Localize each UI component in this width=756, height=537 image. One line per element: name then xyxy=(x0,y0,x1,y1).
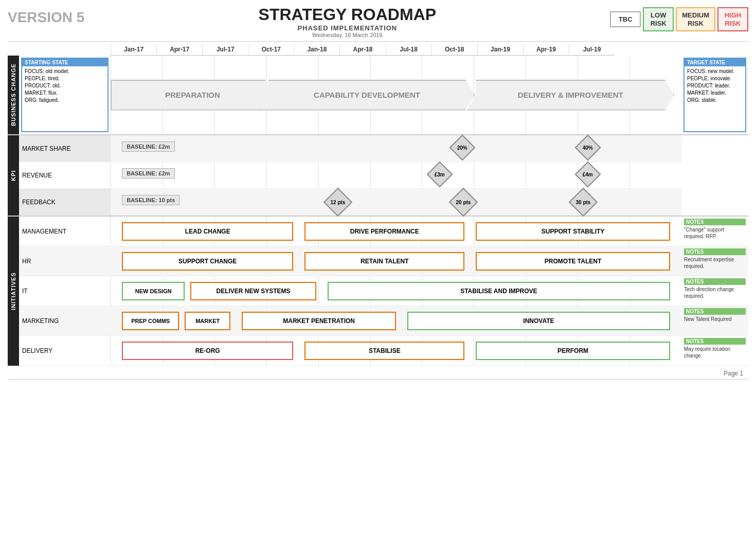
prep-comms-bar: PREP COMMS xyxy=(122,312,179,330)
lead-change-bar: LEAD CHANGE xyxy=(122,222,293,241)
kpi-market-share-label: MARKET SHARE xyxy=(19,135,111,162)
hr-notes-body: Recruitment expertise required. xyxy=(684,256,746,270)
title-block: STRATEGY ROADMAP PHASED IMPLEMENTATION W… xyxy=(259,5,437,38)
hr-notes-title: NOTES xyxy=(684,248,746,255)
notes-column: NOTES "Change" support required. RFP. NO… xyxy=(681,217,748,366)
tl-col-jul17: Jul-17 xyxy=(202,44,248,55)
deliver-new-systems-bar: DELIVER NEW SYSTEMS xyxy=(190,282,316,300)
support-stability-bar: SUPPORT STABILITY xyxy=(476,222,670,241)
kpi-tracks: BASELINE: £2m 20% 40% BASELINE: £2m xyxy=(111,135,681,216)
delivery-notes: NOTES May require location change. xyxy=(681,336,748,366)
kpi-right-spacer xyxy=(681,135,748,216)
tl-col-jan17: Jan-17 xyxy=(111,44,156,55)
it-label: IT xyxy=(19,276,111,306)
header-divider xyxy=(8,41,748,42)
kpi-feedback-label: FEEDBACK xyxy=(19,189,111,216)
page: VERSION 5 STRATEGY ROADMAP PHASED IMPLEM… xyxy=(0,0,756,537)
marketing-notes-title: NOTES xyxy=(684,308,746,315)
marketing-label: MARKETING xyxy=(19,306,111,336)
tl-col-apr17: Apr-17 xyxy=(156,44,202,55)
tl-col-jul19: Jul-19 xyxy=(569,44,615,55)
target-state-box: TARGET STATE FOCUS: new model.PEOPLE: in… xyxy=(683,58,746,132)
market-share-diamond-40: 40% xyxy=(579,138,597,157)
kpi-feedback-track: BASELINE: 10 pts 12 pts 20 pts 30 pts xyxy=(111,189,681,216)
page-number: Page 1 xyxy=(8,370,748,377)
promote-talent-bar: PROMOTE TALENT xyxy=(476,252,670,271)
delivery-arrow: DELIVERY & IMPROVEMENT xyxy=(474,77,681,113)
bc-right: TARGET STATE FOCUS: new model.PEOPLE: in… xyxy=(681,56,748,134)
management-label: MANAGEMENT xyxy=(19,217,111,246)
revenue-baseline: BASELINE: £2m xyxy=(122,168,174,178)
preparation-shape: PREPARATION xyxy=(111,80,275,111)
management-notes: NOTES "Change" support required. RFP. xyxy=(681,217,748,246)
feedback-diamond-20: 20 pts xyxy=(453,192,474,212)
perform-bar: PERFORM xyxy=(476,342,670,360)
bc-center: PREPARATION CAPABILITY DEVELOPMENT DELIV… xyxy=(111,56,681,134)
it-notes: NOTES Tech direction change required. xyxy=(681,276,748,306)
initiatives-tracks: LEAD CHANGE DRIVE PERFORMANCE SUPPORT ST… xyxy=(111,217,681,366)
market-share-diamond-20: 20% xyxy=(453,138,472,157)
capability-arrow: CAPABILITY DEVELOPMENT xyxy=(266,77,474,113)
management-track: LEAD CHANGE DRIVE PERFORMANCE SUPPORT ST… xyxy=(111,217,681,246)
drive-performance-bar: DRIVE PERFORMANCE xyxy=(304,222,464,241)
it-track: NEW DESIGN DELIVER NEW SYSTEMS STABILISE… xyxy=(111,276,681,306)
marketing-notes-body: New Talent Required xyxy=(684,316,746,323)
delivery-shape: DELIVERY & IMPROVEMENT xyxy=(466,80,674,111)
feedback-baseline: BASELINE: 10 pts xyxy=(122,195,179,205)
starting-state-box: STARTING STATE FOCUS: old model.PEOPLE: … xyxy=(21,58,109,132)
version-label: VERSION 5 xyxy=(8,5,84,26)
delivery-track: RE-ORG STABILISE PERFORM xyxy=(111,336,681,366)
bc-left: BUSINESS CHANGE STARTING STATE FOCUS: ol… xyxy=(8,56,111,134)
stabilise-improve-bar: STABILISE AND IMPROVE xyxy=(328,282,670,300)
timeline-cols: Jan-17 Apr-17 Jul-17 Oct-17 Jan-18 Apr-1… xyxy=(111,44,615,56)
market-bar: MARKET xyxy=(185,312,230,330)
subtitle: PHASED IMPLEMENTATION xyxy=(259,24,437,32)
preparation-arrow: PREPARATION xyxy=(111,77,266,113)
phase-arrows: PREPARATION CAPABILITY DEVELOPMENT DELIV… xyxy=(111,77,681,113)
header: VERSION 5 STRATEGY ROADMAP PHASED IMPLEM… xyxy=(8,5,748,38)
market-share-baseline: BASELINE: £2m xyxy=(122,141,174,152)
kpi-market-share-track: BASELINE: £2m 20% 40% xyxy=(111,135,681,162)
feedback-diamond-30: 30 pts xyxy=(573,192,593,212)
tl-col-jan18: Jan-18 xyxy=(294,44,339,55)
bc-section-label: BUSINESS CHANGE xyxy=(8,56,19,134)
delivery-notes-body: May require location change. xyxy=(684,346,746,359)
management-notes-body: "Change" support required. RFP. xyxy=(684,226,746,240)
it-notes-body: Tech direction change required. xyxy=(684,286,746,299)
risk-badge-medium: MEDIUMRISK xyxy=(676,7,715,31)
delivery-notes-title: NOTES xyxy=(684,338,746,345)
starting-state-title: STARTING STATE xyxy=(22,59,107,66)
initiatives-section-label: INITIATIVES xyxy=(8,217,19,366)
kpi-section: KPI MARKET SHARE REVENUE FEEDBACK BASELI… xyxy=(8,135,748,217)
initiatives-section: INITIATIVES MANAGEMENT HR IT MARKETING D… xyxy=(8,217,748,366)
kpi-left: KPI MARKET SHARE REVENUE FEEDBACK xyxy=(8,135,111,216)
hr-notes: NOTES Recruitment expertise required. xyxy=(681,246,748,276)
hr-label: HR xyxy=(19,246,111,276)
kpi-revenue-track: BASELINE: £2m £3m £4m xyxy=(111,162,681,189)
risk-badges: TBC LOWRISK MEDIUMRISK HIGHRISK xyxy=(610,5,748,31)
target-state-title: TARGET STATE xyxy=(685,59,745,66)
delivery-label: DELIVERY xyxy=(19,336,111,366)
innovate-bar: INNOVATE xyxy=(407,312,670,330)
new-design-bar: NEW DESIGN xyxy=(122,282,185,300)
timeline-header-row: Jan-17 Apr-17 Jul-17 Oct-17 Jan-18 Apr-1… xyxy=(8,44,748,56)
risk-badge-high: HIGHRISK xyxy=(717,7,748,31)
business-change-section: BUSINESS CHANGE STARTING STATE FOCUS: ol… xyxy=(8,56,748,135)
kpi-sublabels: MARKET SHARE REVENUE FEEDBACK xyxy=(19,135,111,216)
initiatives-sublabels: MANAGEMENT HR IT MARKETING DELIVERY xyxy=(19,217,111,366)
starting-state-content: FOCUS: old model.PEOPLE: tired.PRODUCT: … xyxy=(22,66,107,105)
kpi-section-label: KPI xyxy=(8,135,19,216)
initiatives-left: INITIATIVES MANAGEMENT HR IT MARKETING D… xyxy=(8,217,111,366)
timeline-header-spacer xyxy=(8,44,111,56)
tl-col-apr18: Apr-18 xyxy=(339,44,385,55)
market-penetration-bar: MARKET PENETRATION xyxy=(242,312,396,330)
hr-track: SUPPORT CHANGE RETAIN TALENT PROMOTE TAL… xyxy=(111,246,681,276)
it-notes-title: NOTES xyxy=(684,278,746,285)
support-change-bar: SUPPORT CHANGE xyxy=(122,252,293,271)
tl-col-apr19: Apr-19 xyxy=(523,44,569,55)
tl-col-jul18: Jul-18 xyxy=(386,44,431,55)
notes-header-spacer xyxy=(681,44,748,56)
management-notes-title: NOTES xyxy=(684,219,746,225)
feedback-diamond-12: 12 pts xyxy=(328,192,348,212)
kpi-revenue-label: REVENUE xyxy=(19,162,111,189)
